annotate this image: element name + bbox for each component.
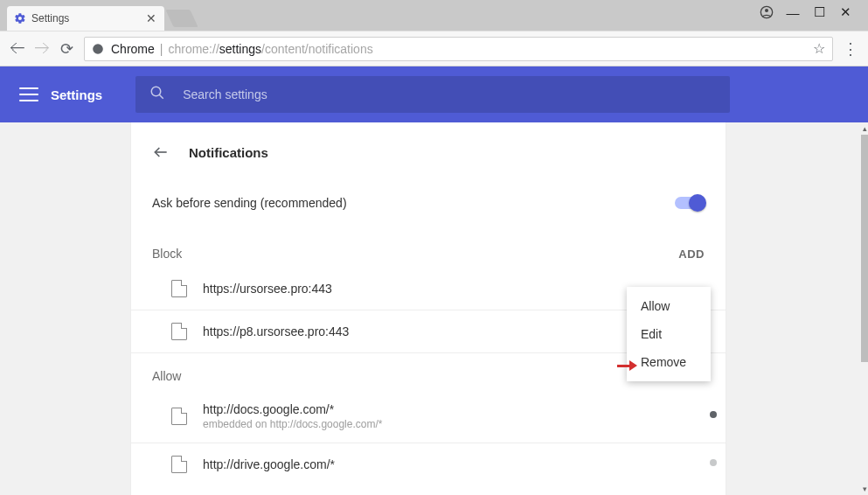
- annotation-arrow: [617, 360, 637, 371]
- back-arrow-icon[interactable]: [152, 143, 170, 161]
- bookmark-star-icon[interactable]: ☆: [813, 40, 825, 57]
- site-url: https://p8.ursorsee.pro:443: [203, 324, 349, 338]
- page-icon: [171, 456, 187, 473]
- maximize-button[interactable]: ☐: [812, 5, 826, 19]
- settings-header: Settings: [0, 66, 868, 122]
- svg-point-2: [93, 44, 103, 54]
- vertical-scrollbar[interactable]: ▴ ▾: [861, 122, 868, 495]
- scroll-down-button[interactable]: ▾: [861, 483, 868, 495]
- search-settings-box[interactable]: [135, 76, 730, 113]
- close-window-button[interactable]: ✕: [838, 5, 852, 19]
- site-sublabel: embedded on http://docs.google.com/*: [203, 418, 382, 430]
- back-button[interactable]: 🡠: [5, 37, 30, 61]
- scrollbar-thumb[interactable]: [861, 135, 868, 362]
- reload-button[interactable]: ⟳: [54, 37, 79, 61]
- origin-label: Chrome: [111, 42, 155, 56]
- page-title: Notifications: [189, 145, 268, 160]
- chrome-icon: [92, 42, 106, 56]
- scroll-up-button[interactable]: ▴: [861, 122, 868, 135]
- gear-icon: [14, 12, 26, 24]
- address-bar[interactable]: Chrome | chrome://settings/content/notif…: [84, 37, 833, 61]
- page-icon: [171, 323, 187, 340]
- browser-menu-button[interactable]: ⋮: [838, 39, 863, 59]
- account-icon[interactable]: [760, 5, 774, 19]
- site-url: https://ursorsee.pro:443: [203, 282, 332, 296]
- ask-before-sending-label: Ask before sending (recommended): [152, 196, 347, 210]
- window-titlebar: Settings ✕ — ☐ ✕: [0, 0, 868, 31]
- context-remove[interactable]: Remove: [627, 348, 711, 376]
- site-context-menu: Allow Edit Remove: [627, 287, 711, 381]
- content-region: Notifications Ask before sending (recomm…: [0, 122, 861, 495]
- context-allow[interactable]: Allow: [627, 292, 711, 320]
- svg-point-1: [765, 9, 768, 12]
- context-edit[interactable]: Edit: [627, 320, 711, 348]
- site-url: http://drive.google.com/*: [203, 457, 335, 471]
- block-add-button[interactable]: ADD: [678, 248, 705, 261]
- browser-toolbar: 🡠 🡢 ⟳ Chrome | chrome://settings/content…: [0, 31, 868, 66]
- tab-title: Settings: [31, 12, 145, 24]
- allow-section-label: Allow: [152, 369, 181, 383]
- search-icon: [149, 85, 165, 104]
- close-tab-button[interactable]: ✕: [145, 12, 157, 24]
- forward-button: 🡢: [30, 37, 54, 61]
- page-icon: [171, 280, 187, 297]
- browser-tab[interactable]: Settings ✕: [7, 6, 164, 31]
- search-settings-input[interactable]: [183, 87, 716, 101]
- hamburger-menu-button[interactable]: [19, 87, 38, 101]
- page-icon: [171, 408, 187, 425]
- site-row[interactable]: http://docs.google.com/* embedded on htt…: [131, 390, 726, 443]
- new-tab-button[interactable]: [165, 10, 198, 27]
- site-url: http://docs.google.com/*: [203, 402, 382, 416]
- minimize-button[interactable]: —: [786, 5, 800, 19]
- block-section-label: Block: [152, 247, 182, 261]
- settings-title: Settings: [51, 87, 102, 102]
- site-row[interactable]: http://drive.google.com/*: [131, 443, 726, 485]
- ask-before-sending-toggle[interactable]: [675, 197, 705, 209]
- svg-line-4: [159, 94, 163, 99]
- svg-point-3: [151, 87, 161, 96]
